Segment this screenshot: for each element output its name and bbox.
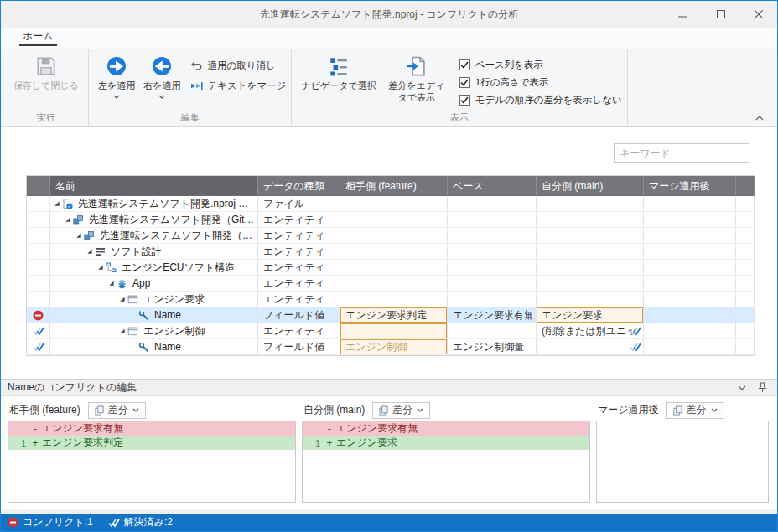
partner-cell[interactable]	[340, 244, 448, 260]
name-cell[interactable]: ◢先進運転システムソフト開発.nproj の差分	[50, 196, 258, 212]
name-cell[interactable]: ◢先進運転システムソフト開発（Gitデモ）	[50, 212, 258, 228]
partner-cell[interactable]	[340, 228, 448, 244]
chevron-down-icon[interactable]	[158, 95, 165, 99]
merged-cell[interactable]	[644, 307, 736, 323]
table-row[interactable]: Nameフィールド値エンジン制御エンジン制御量	[27, 339, 755, 355]
merged-cell[interactable]	[644, 244, 736, 260]
merged-cell[interactable]	[644, 323, 736, 339]
base-cell[interactable]	[448, 276, 537, 292]
tree-expander-icon[interactable]: ◢	[117, 323, 127, 338]
base-cell[interactable]	[448, 292, 537, 307]
table-row[interactable]: ◢エンジン制御エンティティ(削除または別ユニットに..	[27, 323, 755, 339]
partner-cell[interactable]	[340, 212, 448, 228]
merged-cell[interactable]	[644, 339, 736, 355]
merged-cell[interactable]	[644, 292, 736, 307]
name-cell[interactable]: ◢ソフト設計	[50, 244, 258, 260]
column-header-1[interactable]: データの種類	[258, 176, 340, 196]
merged-cell[interactable]	[644, 212, 736, 228]
partner-cell[interactable]: エンジン制御	[340, 339, 448, 355]
column-header-4[interactable]: 自分側 (main)	[537, 176, 644, 196]
base-cell[interactable]	[448, 228, 537, 244]
collapse-panel-icon[interactable]	[738, 385, 746, 390]
table-row[interactable]: ◢Appエンティティ	[27, 276, 755, 292]
mine-cell[interactable]	[537, 260, 644, 276]
column-header-0[interactable]: 名前	[50, 176, 258, 196]
name-cell[interactable]: ◢エンジン制御	[50, 323, 258, 339]
partner-cell[interactable]	[340, 260, 448, 276]
mine-cell[interactable]	[537, 212, 644, 228]
apply-left-button[interactable]: 左を適用	[94, 52, 139, 99]
diff-mode-dropdown[interactable]: 差分	[88, 402, 146, 419]
mine-cell[interactable]	[537, 244, 644, 260]
tree-expander-icon[interactable]: ◢	[117, 292, 127, 307]
view-checkbox-1[interactable]: 1行の高さで表示	[459, 76, 622, 89]
mine-cell[interactable]: (削除または別ユニットに..	[537, 323, 644, 339]
table-row[interactable]: ◢ソフト設計エンティティ	[27, 244, 755, 260]
chevron-down-icon[interactable]	[113, 95, 120, 99]
show-diff-in-editor-button[interactable]: 差分をエディタで表示	[381, 52, 453, 104]
keyword-search-input[interactable]	[614, 143, 749, 163]
partner-cell[interactable]	[340, 276, 448, 292]
tree-expander-icon[interactable]: ◢	[106, 276, 117, 291]
minimize-button[interactable]	[664, 1, 702, 28]
mine-cell[interactable]	[537, 196, 644, 212]
base-cell[interactable]	[448, 212, 537, 228]
ribbon-collapse-button[interactable]	[755, 116, 764, 121]
base-cell[interactable]	[448, 260, 537, 276]
tree-expander-icon[interactable]: ◢	[74, 228, 84, 243]
titlebar[interactable]: 先進運転システムソフト開発.nproj - コンフリクトの分析	[1, 1, 777, 28]
undo-apply-button[interactable]: 適用の取り消し	[190, 59, 287, 72]
diff-content[interactable]: -エンジン要求有無1+エンジン要求判定	[8, 421, 296, 503]
base-cell[interactable]	[448, 244, 537, 260]
mine-cell[interactable]	[537, 228, 644, 244]
base-cell[interactable]	[448, 196, 537, 212]
partner-cell[interactable]	[340, 292, 448, 307]
diff-content[interactable]: -エンジン要求有無1+エンジン要求	[302, 421, 590, 503]
tree-expander-icon[interactable]: ◢	[96, 260, 106, 275]
tree-expander-icon[interactable]: ◢	[85, 244, 95, 259]
merge-text-button[interactable]: テキストをマージ	[190, 80, 287, 92]
apply-right-button[interactable]: 右を適用	[139, 52, 184, 99]
table-row[interactable]: ◢先進運転システムソフト開発.nproj の差分ファイル	[27, 196, 755, 212]
name-cell[interactable]: ◢エンジン要求	[50, 292, 258, 307]
select-in-navigator-button[interactable]: ナビゲータで選択	[297, 52, 380, 92]
partner-cell[interactable]	[340, 323, 448, 339]
partner-cell[interactable]: エンジン要求判定	[340, 307, 448, 323]
column-header-2[interactable]: 相手側 (feature)	[340, 176, 448, 196]
tab-home[interactable]: ホーム	[9, 26, 67, 49]
diff-mode-dropdown[interactable]: 差分	[666, 402, 724, 419]
tree-expander-icon[interactable]: ◢	[52, 196, 62, 211]
column-header-5[interactable]: マージ適用後	[644, 176, 736, 196]
save-and-close-button[interactable]: 保存して閉じる	[9, 52, 83, 92]
name-cell[interactable]: ◢先進運転システムソフト開発（Gitデモ）	[50, 228, 258, 244]
base-cell[interactable]: エンジン要求有無	[448, 307, 537, 323]
diff-content[interactable]	[596, 421, 769, 503]
mine-cell[interactable]	[537, 276, 644, 292]
column-header-3[interactable]: ベース	[448, 176, 537, 196]
table-row[interactable]: ◢先進運転システムソフト開発（Gitデモ）エンティティ	[27, 228, 755, 244]
partner-cell[interactable]	[340, 196, 448, 212]
table-row[interactable]: ◢エンジンECUソフト構造エンティティ	[27, 260, 755, 276]
base-cell[interactable]: エンジン制御量	[448, 339, 537, 355]
mine-cell[interactable]: エンジン要求	[537, 307, 644, 323]
mine-cell[interactable]	[537, 339, 644, 355]
close-button[interactable]	[739, 1, 777, 28]
table-row[interactable]: Nameフィールド値エンジン要求判定エンジン要求有無エンジン要求	[27, 307, 755, 323]
name-cell[interactable]: ◢エンジンECUソフト構造	[50, 260, 258, 276]
table-row[interactable]: ◢先進運転システムソフト開発（Gitデモ）エンティティ	[27, 212, 755, 228]
name-cell[interactable]: ◢App	[50, 276, 258, 292]
merged-cell[interactable]	[644, 228, 736, 244]
name-cell[interactable]: Name	[50, 339, 258, 355]
maximize-button[interactable]	[702, 1, 739, 28]
merged-cell[interactable]	[644, 260, 736, 276]
view-checkbox-0[interactable]: ベース列を表示	[459, 59, 622, 71]
diff-mode-dropdown[interactable]: 差分	[372, 402, 430, 419]
tree-expander-icon[interactable]: ◢	[63, 212, 73, 227]
base-cell[interactable]	[448, 323, 537, 339]
name-cell[interactable]: Name	[50, 307, 258, 323]
merged-cell[interactable]	[644, 276, 736, 292]
merged-cell[interactable]	[644, 196, 736, 212]
table-row[interactable]: ◢エンジン要求エンティティ	[27, 292, 755, 307]
pin-icon[interactable]	[758, 382, 767, 393]
view-checkbox-2[interactable]: モデルの順序の差分を表示しない	[459, 94, 622, 106]
